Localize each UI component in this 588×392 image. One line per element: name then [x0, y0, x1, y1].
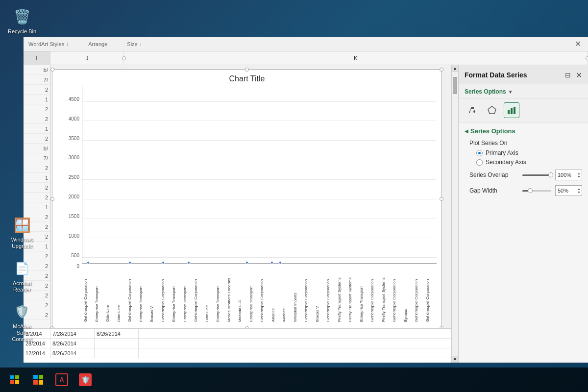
data-row-1: 2/2014 7/28/2014 8/26/2014 [24, 329, 458, 339]
gap-width-down[interactable]: ▼ [577, 191, 581, 194]
svg-rect-6 [10, 380, 14, 384]
x-label: Enterprise Transport [216, 263, 226, 322]
x-label: Gehörnspiel Corporation [161, 263, 172, 322]
svg-rect-11 [39, 380, 43, 385]
series-options-section: ◀ Series Options Plot Series On Primary … [465, 127, 582, 196]
cell-k-2 [95, 339, 139, 348]
paint-bucket-icon-button[interactable] [465, 102, 480, 118]
scroll-thumb[interactable] [453, 77, 457, 94]
x-label: Gehörnspiel Corporation [194, 263, 204, 322]
chart-handle-tc[interactable] [245, 68, 249, 72]
gap-width-up[interactable]: ▲ [577, 187, 581, 191]
x-label: Enterprise Transport [359, 263, 370, 322]
size-arrow[interactable]: ↓ [140, 41, 142, 47]
x-label: Gehörnspiel Corporation [304, 263, 315, 322]
series-overlap-up[interactable]: ▲ [577, 172, 581, 175]
size-section: Size ↓ [127, 41, 142, 47]
x-label: Firefly Transport Systems [337, 263, 348, 322]
series-overlap-row: Series Overlap 100% ▲ ▼ [469, 170, 582, 180]
windows-upgrade-icon[interactable]: 🪟 Windows Upgrade [5, 213, 39, 251]
scroll-track[interactable] [452, 72, 458, 356]
x-label: Gehörnspiel Corporation [370, 263, 381, 322]
gap-width-label: Gap Width [469, 187, 518, 194]
scroll-down-button[interactable]: ▼ [452, 356, 458, 363]
ribbon: WordArt Styles ↓ Arrange Size ↓ ✕ [24, 37, 588, 51]
series-overlap-thumb[interactable] [548, 172, 553, 177]
series-options-tab[interactable]: Series Options [465, 88, 506, 98]
chart-plot-area: Gehörnspiel Corporation Enterprise Trans… [82, 86, 437, 264]
x-label: Gehörnspiel Corporation [326, 263, 337, 322]
secondary-axis-radio-circle [476, 159, 483, 166]
col-resize-left[interactable] [122, 56, 126, 60]
mcafee-icon[interactable]: 🛡️ McAfee Safe Connect [5, 300, 39, 345]
panel-close-button[interactable]: ✕ [576, 71, 582, 80]
start-button[interactable] [4, 369, 25, 391]
series-overlap-label: Series Overlap [469, 172, 518, 178]
app-window: WordArt Styles ↓ Arrange Size ↓ ✕ I J K … [24, 37, 588, 363]
series-overlap-slider[interactable] [522, 174, 551, 176]
x-label: Bracas V [315, 263, 326, 322]
pentagon-icon-button[interactable] [484, 102, 500, 118]
arrange-label: Arrange [88, 41, 107, 47]
x-label: Enterprise Transport [139, 263, 149, 322]
acrobat-reader-icon[interactable]: 📄 Acrobat Reader [5, 257, 39, 295]
chart-handle-tr[interactable] [440, 68, 443, 72]
svg-rect-8 [33, 375, 38, 379]
panel-icon-strip [459, 98, 588, 122]
x-label: Gehörnspiel Corporation [425, 263, 436, 322]
x-label: Gehörnspiel Corporation [260, 263, 270, 322]
x-label: Alliance [282, 263, 293, 322]
panel-minimize-button[interactable]: ⊟ [563, 70, 573, 80]
spreadsheet-area: b/ 7/ 2 1 2 2 1 2 b/ 7/ 2 1 2 2 1 2 2 2 … [24, 65, 458, 363]
taskbar-windows-upgrade[interactable] [27, 369, 49, 391]
panel-content: ◀ Series Options Plot Series On Primary … [459, 122, 588, 363]
col-resize-right[interactable] [586, 56, 588, 60]
taskbar-mcafee[interactable]: 🛡️ [74, 369, 96, 391]
x-label: Whitefall Imports [293, 263, 304, 322]
x-label: Gehörnspiel Corporation [127, 263, 138, 322]
scroll-up-button[interactable]: ▲ [452, 65, 458, 72]
primary-axis-label: Primary Axis [486, 149, 518, 156]
primary-axis-radio[interactable]: Primary Axis [476, 149, 582, 156]
x-label: Gehörnspiel Corporation [83, 263, 94, 322]
gap-width-thumb[interactable] [528, 188, 533, 193]
svg-rect-2 [511, 108, 513, 114]
scrollbar-vertical[interactable]: ▲ ▼ [451, 65, 458, 363]
series-overlap-input[interactable]: 100% ▲ ▼ [555, 170, 582, 180]
tab-dropdown-arrow[interactable]: ▼ [508, 89, 513, 98]
x-label: Bracas V [149, 263, 160, 322]
cell-i-3: 12/2014 [24, 348, 50, 358]
x-label: Odin Line [117, 263, 127, 322]
x-label: Enterprise Transport [172, 263, 182, 322]
chart-title[interactable]: Chart Title [52, 70, 441, 86]
gap-width-slider[interactable] [522, 190, 551, 192]
x-label: Odin Line [105, 263, 116, 322]
bars-area [82, 86, 437, 263]
section-header[interactable]: ◀ Series Options [465, 127, 582, 135]
x-label: Firefly Transport Systems [348, 263, 359, 322]
desktop-icons: 🗑️ Recycle Bin 🪟 Windows Upgrade 📄 Acrob… [0, 0, 44, 350]
series-overlap-down[interactable]: ▼ [577, 175, 581, 178]
cell-k-3 [95, 348, 139, 358]
col-header-k: K [124, 51, 588, 65]
x-label: Gehörnspiel Corporation [392, 263, 403, 322]
data-row-3: 12/2014 8/26/2014 [24, 348, 458, 358]
primary-axis-radio-circle [476, 150, 483, 156]
arrange-section: Arrange [88, 41, 107, 47]
ribbon-close-button[interactable]: ✕ [573, 39, 583, 49]
x-label: Firefly Transport Systems [381, 263, 392, 322]
gap-width-input[interactable]: 50% ▲ ▼ [555, 185, 582, 196]
chart-handle-tl[interactable] [50, 68, 54, 72]
chart-handle-ml[interactable] [50, 197, 54, 201]
radio-group: Primary Axis Secondary Axis [476, 149, 582, 166]
y-axis: 4500 4000 3500 3000 2500 2000 1500 1000 … [57, 86, 82, 264]
x-label: Enterprise Transport [183, 263, 194, 322]
secondary-axis-radio[interactable]: Secondary Axis [476, 159, 582, 166]
chart-handle-mr[interactable] [440, 197, 443, 201]
x-label: Gehörnspiel Corporation [414, 263, 425, 322]
bar-chart-icon-button[interactable] [504, 102, 519, 118]
taskbar-acrobat[interactable]: A [51, 369, 73, 391]
wordart-arrow[interactable]: ↓ [66, 41, 69, 47]
size-label: Size [127, 41, 137, 47]
recycle-bin-icon[interactable]: 🗑️ Recycle Bin [5, 5, 39, 37]
